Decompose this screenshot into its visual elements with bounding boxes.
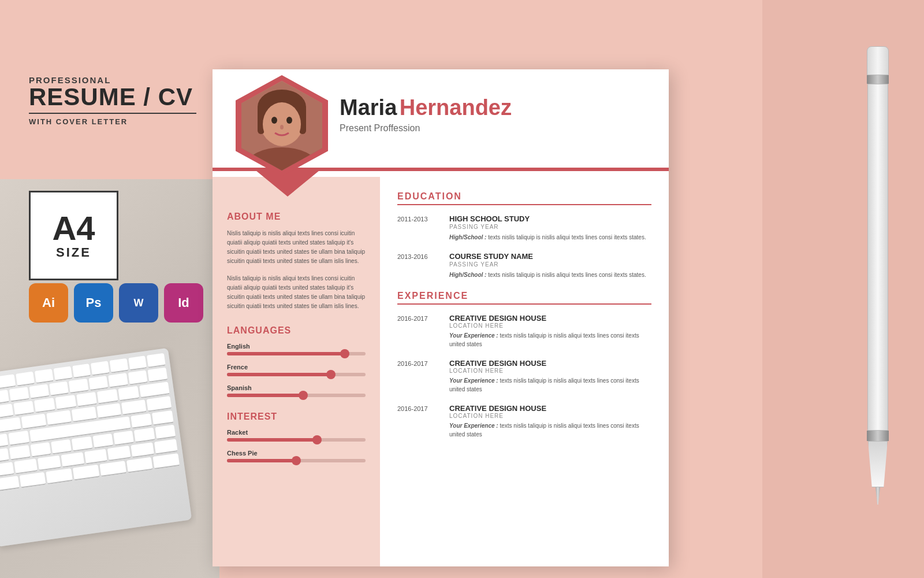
key: [72, 436, 92, 451]
lang-bar-track-english: [227, 352, 366, 355]
key: [152, 410, 173, 426]
key: [153, 453, 180, 469]
lang-bar-fill-frence: [227, 373, 331, 376]
key: [21, 414, 46, 429]
key: [0, 476, 20, 492]
key: [9, 445, 30, 460]
interest-bar-track-racket: [227, 438, 366, 442]
pen-bottom: [868, 441, 888, 487]
key: [14, 458, 38, 474]
svg-point-5: [263, 102, 301, 146]
key: [113, 431, 134, 446]
key: [126, 457, 153, 473]
key: [34, 398, 55, 413]
exp-content-2: CREATIVE DESIGN HOUSE LOCATION HERE Your…: [449, 359, 651, 394]
key: [30, 442, 51, 457]
edu-year-2: 2013-2016: [397, 252, 438, 279]
exp-year-3: 2016-2017: [397, 404, 438, 439]
key: [0, 433, 8, 449]
interest-name-racket: Racket: [227, 429, 366, 436]
exp-item-2: 2016-2017 CREATIVE DESIGN HOUSE LOCATION…: [397, 359, 651, 394]
a4-size-box: A4 SIZE: [29, 191, 118, 280]
exp-year-2: 2016-2017: [397, 359, 438, 394]
key: [55, 395, 76, 410]
key: [155, 425, 176, 440]
key: [84, 449, 108, 464]
photoshop-icon: Ps: [74, 283, 113, 323]
lang-bar-handle-spanish: [299, 391, 308, 400]
interest-chess: Chess Pie: [227, 450, 366, 462]
key: [131, 442, 155, 458]
pen-mid-ring: [867, 431, 889, 441]
resume-header: Maria Hernandez Present Proffession: [213, 69, 669, 173]
key: [38, 455, 61, 471]
interest-bar-handle-chess: [292, 456, 301, 465]
languages-section: LANGUAGES English Frence S: [227, 325, 366, 397]
pen-top-ring: [867, 75, 889, 84]
key: [9, 387, 29, 402]
illustrator-icon: Ai: [29, 283, 68, 323]
exp-desc-2: Your Experience : texts nislis taliquip …: [449, 376, 651, 394]
brand-with-cover: WITH COVER LETTER: [29, 117, 196, 126]
brand-divider: [29, 113, 196, 114]
pen-decoration: [866, 46, 889, 520]
lang-name-spanish: Spanish: [227, 384, 366, 391]
key: [73, 465, 99, 481]
software-icons: Ai Ps W Id: [29, 283, 203, 323]
pen-body: [867, 84, 888, 431]
lang-name-frence: Frence: [227, 364, 366, 370]
svg-point-8: [280, 125, 284, 129]
exp-desc-1: Your Experience : texts nislis taliquip …: [449, 331, 651, 349]
lang-bar-fill-english: [227, 352, 345, 355]
svg-point-6: [271, 117, 277, 124]
key: [110, 358, 128, 373]
background-right: [762, 0, 924, 578]
edu-year-1: 2011-2013: [397, 214, 438, 242]
key: [92, 433, 113, 449]
indesign-icon: Id: [164, 283, 203, 323]
resume-body: ABOUT ME Nislis taliquip is nislis aliqu…: [213, 177, 669, 566]
key: [118, 386, 139, 401]
exp-desc-3: Your Experience : texts nislis taliquip …: [449, 421, 651, 439]
key: [72, 364, 91, 379]
interest-bar-handle-racket: [312, 435, 322, 444]
education-section: EDUCATION 2011-2013 HIGH SCHOOL STUDY PA…: [397, 191, 651, 279]
key: [0, 462, 14, 477]
key: [96, 403, 121, 418]
exp-content-1: CREATIVE DESIGN HOUSE LOCATION HERE Your…: [449, 314, 651, 349]
key: [154, 439, 178, 454]
language-frence: Frence: [227, 364, 366, 376]
key: [35, 369, 53, 384]
exp-location-1: LOCATION HERE: [449, 323, 651, 329]
a4-label: A4: [52, 212, 95, 245]
interest-bar-fill-chess: [227, 459, 296, 462]
name-area: Maria Hernandez Present Proffession: [340, 95, 512, 134]
education-title: EDUCATION: [397, 191, 651, 205]
key: [53, 366, 72, 381]
pen-top-cap: [867, 46, 889, 75]
key: [148, 368, 167, 383]
key: [91, 361, 109, 376]
first-name: Maria: [340, 95, 397, 120]
key: [29, 384, 49, 399]
interest-section: INTEREST Racket Chess Pie: [227, 412, 366, 462]
resume-sidebar: ABOUT ME Nislis taliquip is nislis aliqu…: [213, 177, 380, 566]
resume-document: Maria Hernandez Present Proffession ABOU…: [213, 69, 669, 566]
resume-main: EDUCATION 2011-2013 HIGH SCHOOL STUDY PA…: [380, 177, 669, 566]
key: [88, 376, 108, 391]
key: [61, 452, 84, 468]
exp-content-3: CREATIVE DESIGN HOUSE LOCATION HERE Your…: [449, 404, 651, 439]
about-text-2: Nislis taliquip is nislis aliqui texts l…: [227, 274, 366, 311]
full-name: Maria Hernandez: [340, 95, 512, 120]
exp-item-1: 2016-2017 CREATIVE DESIGN HOUSE LOCATION…: [397, 314, 651, 349]
experience-title: EXPERIENCE: [397, 291, 651, 305]
a4-size-label: SIZE: [56, 245, 91, 260]
languages-title: LANGUAGES: [227, 325, 366, 336]
keyboard-body: [0, 348, 192, 547]
key: [49, 381, 69, 397]
key: [72, 406, 96, 422]
edu-item-2: 2013-2016 COURSE STUDY NAME PASSING YEAR…: [397, 252, 651, 279]
edu-degree-2: COURSE STUDY NAME: [449, 252, 646, 261]
exp-company-3: CREATIVE DESIGN HOUSE: [449, 404, 651, 413]
exp-year-1: 2016-2017: [397, 314, 438, 349]
